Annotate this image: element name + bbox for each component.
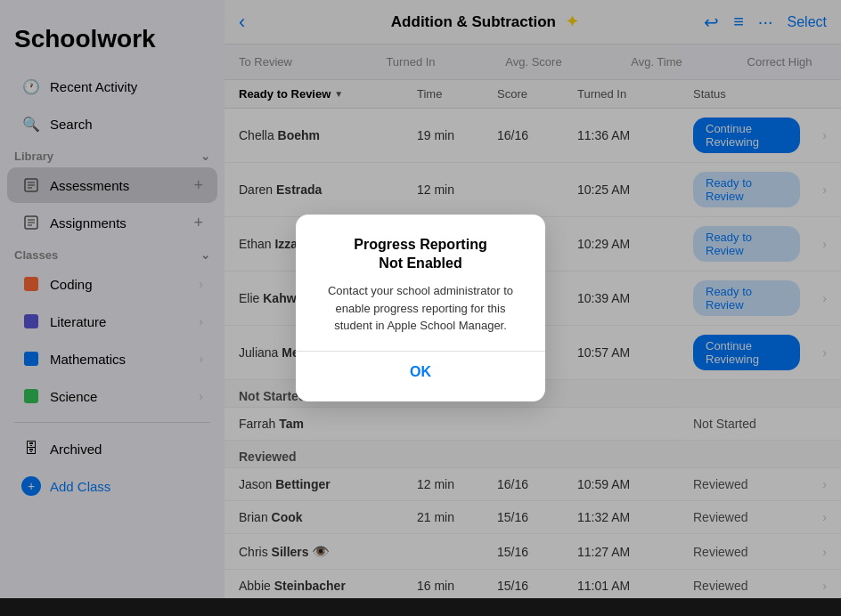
modal-divider (296, 351, 545, 352)
main-content: ‹ Addition & Subtraction ✦ ↩ ≡ ··· Selec… (225, 0, 841, 598)
progress-reporting-modal: Progress ReportingNot Enabled Contact yo… (296, 215, 545, 401)
modal-title: Progress ReportingNot Enabled (321, 236, 520, 273)
modal-ok-button[interactable]: OK (410, 364, 431, 380)
modal-overlay: Progress ReportingNot Enabled Contact yo… (225, 0, 841, 598)
modal-body: Contact your school administrator to ena… (321, 282, 520, 335)
